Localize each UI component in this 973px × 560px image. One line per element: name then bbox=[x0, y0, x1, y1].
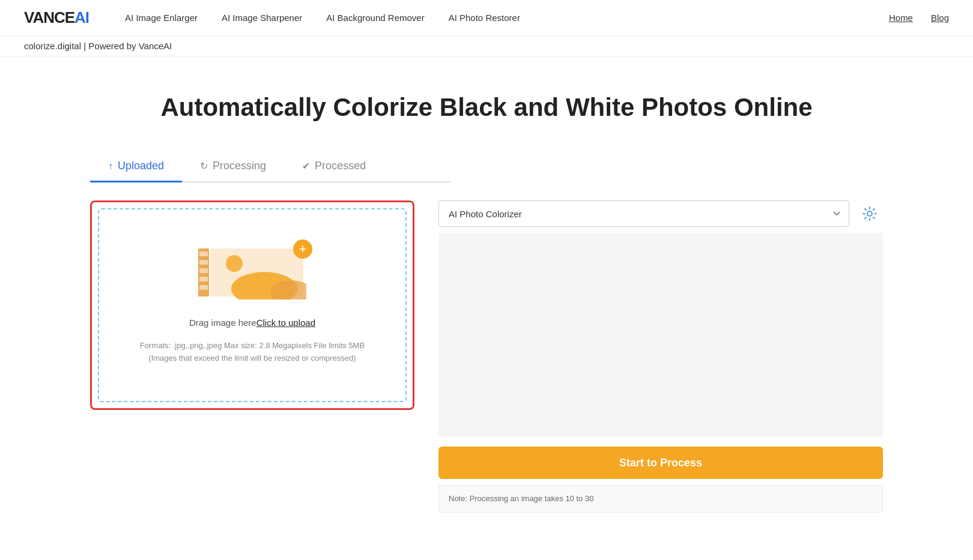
content-area: + Drag image here​ Click to upload Forma… bbox=[90, 200, 883, 513]
add-image-icon: + bbox=[293, 239, 312, 259]
note-text: Note: Processing an image takes 10 to 30 bbox=[449, 494, 593, 503]
upload-container: + Drag image here​ Click to upload Forma… bbox=[90, 200, 414, 410]
panel-preview-area bbox=[438, 233, 883, 437]
tab-processing[interactable]: ↻ Processing bbox=[182, 152, 284, 182]
svg-rect-1 bbox=[199, 251, 208, 256]
upload-icon: ↑ bbox=[108, 161, 113, 172]
sub-header-text: colorize.digital | Powered by VanceAI bbox=[24, 41, 172, 51]
processed-icon: ✔ bbox=[302, 160, 310, 172]
tab-uploaded[interactable]: ↑ Uploaded bbox=[90, 152, 182, 182]
svg-point-10 bbox=[867, 211, 872, 216]
nav-item-enlarger[interactable]: AI Image Enlarger bbox=[125, 13, 198, 23]
upload-image-icon: + bbox=[198, 245, 306, 306]
main-content: Automatically Colorize Black and White P… bbox=[66, 56, 907, 537]
page-title: Automatically Colorize Black and White P… bbox=[90, 92, 883, 122]
tab-uploaded-label: Uploaded bbox=[118, 160, 164, 172]
upload-click-link[interactable]: Click to upload bbox=[256, 318, 315, 328]
svg-rect-5 bbox=[199, 285, 208, 290]
note-box: Note: Processing an image takes 10 to 30 bbox=[438, 485, 883, 513]
upload-illustration bbox=[198, 245, 306, 300]
tab-processing-label: Processing bbox=[213, 160, 266, 172]
tab-processed[interactable]: ✔ Processed bbox=[284, 152, 384, 182]
upload-dropzone[interactable]: + Drag image here​ Click to upload Forma… bbox=[98, 208, 407, 402]
tool-selector-row: AI Photo Colorizer AI Image Enlarger AI … bbox=[438, 200, 883, 227]
nav-item-bg-remover[interactable]: AI Background Remover bbox=[326, 13, 424, 23]
nav-item-photo-restorer[interactable]: AI Photo Restorer bbox=[449, 13, 520, 23]
settings-button[interactable] bbox=[856, 200, 883, 227]
upload-drag-text: Drag image here​ Click to upload bbox=[189, 318, 315, 328]
start-process-button[interactable]: Start to Process bbox=[438, 447, 883, 479]
nav-item-sharpener[interactable]: AI Image Sharpener bbox=[222, 13, 302, 23]
svg-point-7 bbox=[226, 255, 243, 272]
tab-bar: ↑ Uploaded ↻ Processing ✔ Processed bbox=[90, 152, 450, 182]
svg-rect-3 bbox=[199, 268, 208, 273]
header-right-links: Home Blog bbox=[889, 13, 949, 23]
sub-header: colorize.digital | Powered by VanceAI bbox=[0, 36, 973, 56]
logo-vance: VANCE bbox=[24, 8, 74, 27]
tool-dropdown[interactable]: AI Photo Colorizer AI Image Enlarger AI … bbox=[438, 200, 849, 227]
svg-rect-2 bbox=[199, 260, 208, 265]
processing-icon: ↻ bbox=[200, 160, 208, 172]
logo-link[interactable]: VANCE AI bbox=[24, 8, 89, 27]
svg-rect-4 bbox=[199, 277, 208, 282]
main-nav: AI Image Enlarger AI Image Sharpener AI … bbox=[125, 13, 889, 23]
right-panel: AI Photo Colorizer AI Image Enlarger AI … bbox=[438, 200, 883, 513]
site-header: VANCE AI AI Image Enlarger AI Image Shar… bbox=[0, 0, 973, 36]
home-link[interactable]: Home bbox=[889, 13, 913, 23]
tab-processed-label: Processed bbox=[315, 160, 366, 172]
blog-link[interactable]: Blog bbox=[931, 13, 949, 23]
logo-ai: AI bbox=[74, 8, 89, 27]
upload-formats: Formats: .jpg,.png,.jpeg Max size: 2.8 M… bbox=[140, 340, 365, 365]
gear-icon bbox=[862, 206, 878, 221]
